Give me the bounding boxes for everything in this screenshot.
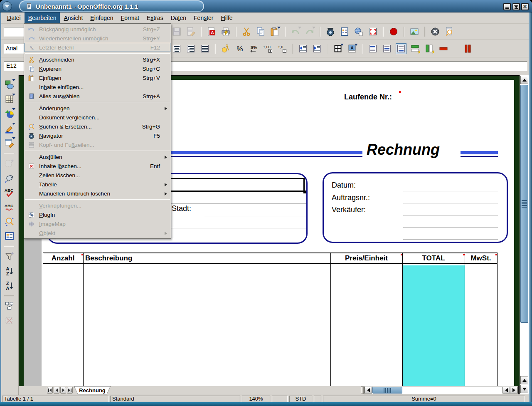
align-top-button[interactable] — [367, 43, 378, 54]
next-sheet-button[interactable] — [60, 387, 66, 394]
page-preview-button[interactable] — [444, 26, 455, 37]
stylist-button[interactable] — [339, 26, 350, 37]
menu-item-paste-special[interactable]: Inhalte einfügen... — [25, 82, 170, 92]
insert-object-button[interactable] — [4, 108, 15, 119]
scroll-left-button-right[interactable] — [502, 387, 510, 394]
menu-item-navigator[interactable]: NavigatorF5 — [25, 131, 170, 140]
horizontal-scrollbar[interactable] — [364, 386, 518, 394]
first-sheet-button[interactable] — [47, 387, 53, 394]
menu-item-copy[interactable]: KopierenStrg+C — [25, 64, 170, 73]
hyperlink-button[interactable] — [353, 26, 364, 37]
menubar-item-fenster[interactable]: Fenster — [190, 12, 217, 23]
toolbar-separator — [4, 153, 14, 153]
align-right-button[interactable] — [185, 43, 196, 54]
menubar-item-daten[interactable]: Daten — [167, 12, 190, 23]
vertical-scrollbar[interactable] — [520, 75, 529, 394]
close-button[interactable]: ✕ — [521, 3, 529, 10]
selection-handle[interactable] — [303, 191, 306, 193]
menu-item-find-replace[interactable]: Suchen & Ersetzen...Strg+G — [25, 122, 170, 131]
title-bar[interactable]: Unbenannt1 - OpenOffice.org 1.1.1 ✕ — [0, 0, 532, 12]
sort-ascending-button[interactable] — [4, 265, 15, 276]
scroll-right-button[interactable] — [510, 387, 517, 394]
borders-button[interactable] — [332, 43, 343, 54]
align-justify-button[interactable] — [200, 43, 210, 54]
menu-item-plugin[interactable]: PlugIn — [25, 210, 170, 219]
menu-item-paste[interactable]: EinfügenStrg+V — [25, 73, 170, 82]
menubar-item-datei[interactable]: Datei — [3, 12, 25, 23]
previous-sheet-button[interactable] — [54, 387, 59, 394]
gallery-button[interactable] — [409, 26, 420, 37]
number-standard-icon — [249, 44, 259, 54]
align-center-button[interactable] — [171, 43, 182, 54]
menu-item-delete-contents[interactable]: Inhalte löschen...Entf — [25, 161, 170, 171]
draw-functions-button[interactable] — [4, 123, 15, 134]
spellcheck-button[interactable] — [4, 187, 15, 198]
increase-indent-button[interactable] — [312, 43, 323, 54]
insert-button[interactable] — [4, 79, 15, 90]
menu-item-changes[interactable]: Änderungen — [25, 104, 170, 113]
delete-rows-button[interactable] — [438, 43, 449, 54]
menubar-item-format[interactable]: Format — [117, 12, 143, 23]
copy-icon — [256, 27, 266, 37]
menubar-item-ansicht[interactable]: Ansicht — [60, 12, 86, 23]
menu-item-sheet[interactable]: Tabelle — [25, 180, 170, 189]
print-direct-button[interactable] — [220, 26, 231, 37]
insert-rows-button[interactable] — [410, 43, 421, 54]
status-field-sum: Summe=0 — [323, 396, 525, 402]
paste-button[interactable] — [269, 26, 280, 37]
zoom-button[interactable] — [367, 26, 378, 37]
menu-item-fill[interactable]: Ausfüllen — [25, 152, 170, 161]
add-decimal-button[interactable] — [263, 43, 273, 54]
autofilter-button[interactable] — [4, 251, 15, 262]
sheet-tab-rechnung[interactable]: Rechnung — [74, 386, 111, 394]
align-center-vertical-button[interactable] — [382, 43, 392, 54]
minimize-button[interactable] — [503, 3, 511, 10]
menu-item-compare-document[interactable]: Dokument vergleichen... — [25, 113, 170, 122]
scroll-down-button[interactable] — [520, 385, 528, 393]
background-color-button[interactable] — [347, 43, 357, 54]
menu-item-shortcut: Strg+C — [143, 66, 170, 72]
menu-item-delete-manual-break[interactable]: Manuellen Umbruch löschen — [25, 189, 170, 198]
maximize-button[interactable] — [512, 3, 520, 10]
title-decoration-line-right — [461, 156, 498, 157]
export-pdf-button[interactable] — [206, 26, 217, 37]
scroll-left-button[interactable] — [365, 387, 372, 394]
vertical-scroll-thumb[interactable] — [520, 85, 528, 323]
tab-scrollbar-splitter[interactable] — [361, 386, 364, 394]
stop-loading-button[interactable] — [430, 26, 441, 37]
delete-decimal-button[interactable] — [277, 43, 288, 54]
sort-descending-button[interactable] — [4, 280, 15, 291]
menubar-item-extras[interactable]: Extras — [143, 12, 167, 23]
menubar-item-hilfe[interactable]: Hilfe — [217, 12, 236, 23]
auto-spellcheck-button[interactable] — [4, 201, 15, 212]
delete-columns-button[interactable] — [462, 43, 473, 54]
menu-item-delete-cells[interactable]: Zellen löschen... — [25, 171, 170, 180]
copy-button[interactable] — [255, 26, 266, 37]
last-sheet-button[interactable] — [67, 387, 73, 394]
menu-item-cut[interactable]: AusschneidenStrg+X — [25, 55, 170, 64]
navigator-button[interactable] — [325, 26, 336, 37]
menu-item-select-all[interactable]: Alles auswählenStrg+A — [25, 92, 170, 101]
number-currency-button[interactable] — [220, 43, 231, 54]
fill-mode-button[interactable] — [4, 172, 15, 183]
data-sources-button[interactable] — [4, 230, 15, 241]
form-functions-button[interactable] — [4, 137, 15, 148]
number-standard-button[interactable] — [249, 43, 259, 54]
status-bar: Tabelle 1 / 1Standard140%STDSumme=0 — [1, 395, 529, 402]
cut-button[interactable] — [241, 26, 252, 37]
menubar-item-bearbeiten[interactable]: Bearbeiten — [25, 12, 60, 23]
window-menu-button[interactable] — [2, 1, 12, 11]
macro-record-button[interactable] — [388, 26, 399, 37]
insert-cells-button[interactable] — [4, 94, 15, 104]
number-percent-button[interactable] — [234, 43, 245, 54]
find-replace-button[interactable] — [4, 216, 15, 227]
decrease-indent-button[interactable] — [298, 43, 308, 54]
horizontal-scroll-thumb[interactable] — [372, 387, 402, 394]
scroll-up-button[interactable] — [520, 76, 528, 84]
insert-columns-button[interactable] — [424, 43, 435, 54]
scroll-up-button-bottom[interactable] — [520, 376, 528, 384]
search-icon — [25, 123, 36, 130]
group-button[interactable] — [4, 300, 15, 311]
menubar-item-einfuegen[interactable]: Einfügen — [86, 12, 117, 23]
align-bottom-button[interactable] — [396, 43, 406, 54]
